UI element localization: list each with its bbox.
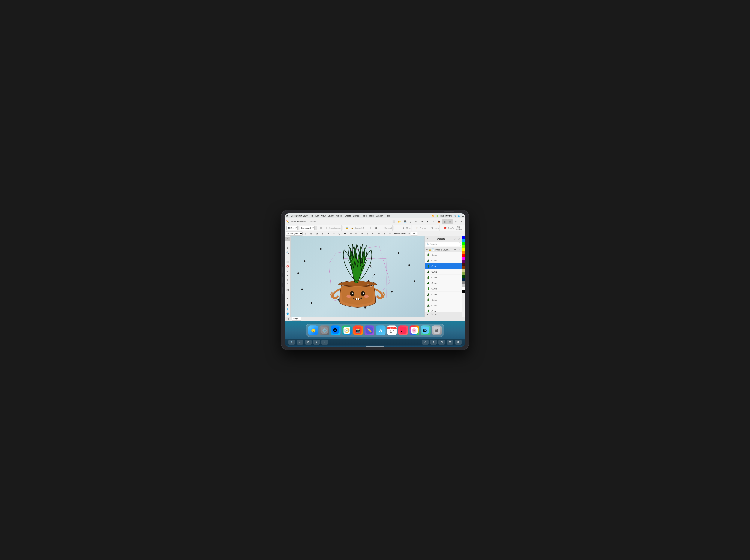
node-tool-15[interactable]: ⊜ [382, 231, 387, 236]
object-item-3[interactable]: Curve [425, 269, 462, 275]
dock-vectornator[interactable]: ✏️ [364, 325, 374, 335]
object-item-1[interactable]: Curve [425, 258, 462, 263]
menu-text[interactable]: Text [363, 215, 367, 217]
dimension-tool[interactable]: ⊢ [285, 292, 290, 296]
node-tool-4[interactable]: ⊞ [320, 231, 325, 236]
connector-tool[interactable]: ⌒ [285, 282, 290, 286]
blend-tool[interactable]: ∿ [285, 296, 290, 301]
delete-layer-btn[interactable]: 🗑 [434, 313, 437, 316]
menu-layout[interactable]: Layout [328, 215, 334, 217]
color-red[interactable] [462, 254, 465, 257]
color-brown[interactable] [462, 266, 465, 269]
sys-window-btn[interactable]: ⊞ [305, 340, 312, 345]
node-tool-6[interactable]: ∿ [331, 231, 336, 236]
toolbar-btn-open[interactable]: 📂 [397, 219, 402, 224]
object-item-10[interactable]: Curve [425, 308, 462, 312]
sys-right-btn2[interactable]: ⊞ [430, 340, 437, 345]
arrange-btn[interactable]: 📋 [415, 225, 420, 231]
app-name[interactable]: CorelDRAW 2019 [291, 215, 308, 217]
color-green[interactable] [462, 242, 465, 245]
panel-collapse-btn[interactable]: ⊟ [453, 237, 456, 241]
sys-search-btn[interactable]: 🔍 [289, 340, 295, 345]
align-btn1[interactable]: ⊡ [368, 225, 373, 231]
menu-object[interactable]: Object [336, 215, 342, 217]
color-orange[interactable] [462, 251, 465, 254]
dock-textastic[interactable]: A [376, 325, 386, 335]
toolbar-btn-export[interactable]: ⬆ [431, 219, 436, 224]
polygon-tool[interactable]: ⬡ [285, 269, 290, 273]
object-item-7[interactable]: Curve [425, 292, 462, 297]
sys-right-btn1[interactable]: ⊙ [422, 340, 429, 345]
sys-right-btn4[interactable]: ⊡ [447, 340, 453, 345]
node-tool-7[interactable]: ⬡ [337, 231, 342, 236]
menu-window[interactable]: Window [376, 215, 383, 217]
fill-tool[interactable]: ◐ [285, 303, 290, 307]
node-tool-1[interactable]: ⊡ [303, 231, 308, 236]
page-tab[interactable]: Page 1 [292, 317, 301, 321]
add-layer-btn[interactable]: + [426, 313, 429, 316]
sys-gesture-btn2[interactable]: ✧ [321, 340, 328, 345]
group-button[interactable]: ⊞ [318, 225, 323, 231]
dock-trash[interactable]: 🗑 [432, 325, 442, 335]
select-tool[interactable]: ↖ [285, 237, 290, 241]
menu-bitmaps[interactable]: Bitmaps [353, 215, 360, 217]
zoom-tool[interactable]: 🔍 [285, 251, 290, 255]
toolbar-btn-import[interactable]: ⬇ [425, 219, 430, 224]
lock-button[interactable]: 🔒 [344, 225, 350, 231]
panel-options-btn[interactable]: ⋯ [457, 313, 461, 316]
snap-btn[interactable]: 🧲 [442, 225, 448, 231]
toolbar-btn-view2[interactable]: ⊞ [447, 219, 453, 224]
panel-close-btn[interactable]: ✕ [426, 237, 429, 240]
dock-settings[interactable]: ⚙️ [319, 325, 329, 335]
sys-gesture-btn1[interactable]: ✦ [313, 340, 320, 345]
color-purple[interactable] [462, 260, 465, 263]
dock-appstore[interactable]: 🅐 [331, 325, 340, 335]
dock-finder[interactable]: 🙂 [308, 325, 318, 335]
object-item-0[interactable]: Curve [425, 252, 462, 258]
node-tool-8[interactable]: ⬢ [342, 231, 348, 236]
unlock-button[interactable]: 🔓 [350, 225, 355, 231]
color-white[interactable] [462, 287, 465, 290]
ellipse-tool[interactable]: ⭕ [285, 264, 290, 268]
toolbar-btn-view1[interactable]: ▦ [442, 219, 447, 224]
canvas-area[interactable] [291, 236, 425, 317]
eyedropper-tool[interactable]: 💧 [285, 307, 290, 312]
menu-help[interactable]: Help [386, 215, 390, 217]
color-navy[interactable] [462, 278, 465, 281]
reduce-nodes-btn[interactable]: Reduce Nodes [393, 232, 407, 236]
menu-file[interactable]: File [310, 215, 313, 217]
toolbar-btn-redo[interactable]: ↪ [419, 219, 425, 224]
node-tool-2[interactable]: ⊠ [309, 231, 314, 236]
angle-input[interactable] [410, 232, 418, 236]
parallel-tool[interactable]: ∥ [285, 278, 290, 282]
color-black[interactable] [462, 290, 465, 293]
node-tool[interactable]: ⛶ [285, 241, 290, 246]
toolbar-btn-undo[interactable]: ↩ [414, 219, 419, 224]
get-more-btn[interactable]: Get More... [456, 225, 461, 231]
text-tool[interactable]: T [285, 273, 290, 278]
add-page-btn[interactable]: + [286, 316, 291, 321]
menu-effects[interactable]: Effects [344, 215, 351, 217]
node-tool-12[interactable]: ⊘ [365, 231, 370, 236]
sys-right-btn5[interactable]: ⊠ [455, 340, 461, 345]
object-item-6[interactable]: Curve [425, 286, 462, 292]
toolbar-btn-more[interactable]: » [459, 219, 464, 224]
node-tool-5[interactable]: 〜 [325, 231, 331, 236]
node-tool-13[interactable]: ⊙ [371, 231, 376, 236]
search-input[interactable] [426, 242, 461, 246]
node-tool-3[interactable]: ⊟ [314, 231, 319, 236]
node-tool-10[interactable]: ⊕ [354, 231, 359, 236]
panel-expand-btn[interactable]: ⊞ [457, 237, 460, 241]
sys-pencil-btn[interactable]: ✏ [297, 340, 303, 345]
dock-screensnap[interactable]: 📸 [353, 325, 363, 335]
toolbar-btn-publish[interactable]: 📤 [436, 219, 441, 224]
object-item-4[interactable]: Curve [425, 275, 462, 280]
color-gray[interactable] [462, 281, 465, 284]
mirror-btn1[interactable]: ↔ [395, 225, 401, 231]
node-tool-14[interactable]: ⊛ [376, 231, 381, 236]
color-tan[interactable] [462, 269, 465, 272]
group-layer-btn[interactable]: ⊞ [430, 313, 433, 316]
freehand-tool[interactable]: ✒ [285, 255, 290, 259]
rect-tool[interactable]: ⬜ [285, 260, 290, 264]
toolbar-btn-save[interactable]: 💾 [402, 219, 408, 224]
